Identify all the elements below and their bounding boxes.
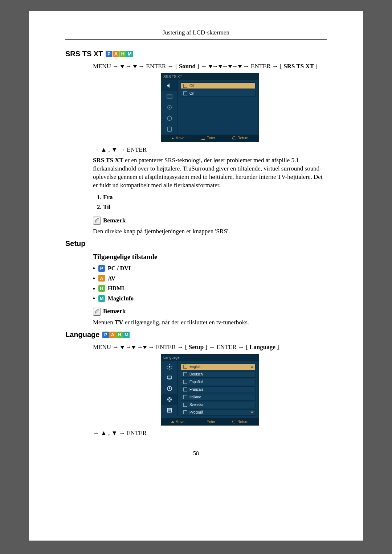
bottom-rule xyxy=(65,448,327,448)
srs-note-body: Den direkte knap på fjernbetjeningen er … xyxy=(93,227,327,236)
osd-row-label: Русский xyxy=(189,410,203,415)
osd-row-label: On xyxy=(189,91,194,96)
running-head: Justering af LCD-skærmen xyxy=(65,29,327,36)
modes-list: P PC / DVI A AV H HDMI M MagicInfo xyxy=(93,264,327,302)
badge-m-icon: M xyxy=(126,51,133,57)
t: → ENTER → [ xyxy=(243,63,282,70)
setup-content: Tilgængelige tilstande P PC / DVI A AV H… xyxy=(93,252,327,327)
t: Enter xyxy=(207,136,215,141)
osd-row: ✓ English xyxy=(181,364,256,370)
osd-row-label: Español xyxy=(189,379,203,385)
enter-icon xyxy=(201,420,205,423)
srs-options-list: Fra Til xyxy=(93,193,327,212)
t: → ENTER → [ xyxy=(138,63,177,70)
t: Return xyxy=(237,419,248,424)
move-icon xyxy=(171,421,174,423)
enter-icon xyxy=(201,137,205,140)
check-icon: ✓ xyxy=(183,365,187,369)
language-heading-text: Language xyxy=(65,331,99,339)
t: ] xyxy=(277,344,279,350)
badge-p-icon: P xyxy=(106,51,112,57)
check-icon xyxy=(183,91,187,95)
option-label: Fra xyxy=(103,194,113,201)
svg-rect-4 xyxy=(167,127,171,131)
note-label: Bemærk xyxy=(103,307,126,316)
section-heading-language: Language P A H M xyxy=(65,331,327,339)
osd-language: Language ✓ English Deutsch Españ xyxy=(161,354,259,426)
bullet-icon xyxy=(93,278,95,279)
t: MENU → xyxy=(93,344,121,350)
badge-h-icon: H xyxy=(116,332,123,338)
arrow-down-icon xyxy=(251,411,254,413)
badge-a-icon: A xyxy=(98,275,105,282)
osd-footer: Move Enter Return xyxy=(161,418,258,426)
bullet-icon xyxy=(93,297,95,299)
top-rule xyxy=(65,39,327,40)
osd-row: ✓ Off xyxy=(181,82,256,89)
srs-body-bold: SRS TS XT xyxy=(93,157,123,164)
mode-label: HDMI xyxy=(108,284,124,292)
svg-point-8 xyxy=(167,397,171,401)
badge-m-icon: M xyxy=(123,332,130,338)
svg-point-5 xyxy=(168,366,170,368)
nav-target: Language xyxy=(249,344,275,350)
note-icon xyxy=(93,217,101,225)
setup-subheading: Tilgængelige tilstande xyxy=(93,252,327,262)
badge-p-icon: P xyxy=(102,332,109,338)
t: ] xyxy=(315,63,318,70)
osd-side-icon xyxy=(161,405,178,416)
move-icon xyxy=(171,138,174,139)
return-icon xyxy=(232,136,236,140)
list-item: Fra xyxy=(103,193,327,202)
section-heading-srs: SRS TS XT P A H M xyxy=(65,50,327,58)
list-item: H HDMI xyxy=(93,284,327,292)
down-arrow-icon xyxy=(209,65,212,68)
note-heading: Bemærk xyxy=(93,307,327,316)
osd-side-icon xyxy=(161,394,178,405)
osd-row-label: English xyxy=(189,364,201,369)
osd-footer: Move Enter Return xyxy=(161,135,258,142)
check-icon xyxy=(183,395,187,399)
t: Enter xyxy=(207,419,215,424)
t: Move xyxy=(176,136,184,141)
badge-row: P A H M xyxy=(106,51,133,57)
mode-label: AV xyxy=(108,275,115,283)
language-post-nav: → ▲ , ▼ → ENTER xyxy=(93,429,327,438)
osd-row: Svenska xyxy=(181,402,256,408)
return-icon xyxy=(232,420,236,423)
osd-foot-enter: Enter xyxy=(201,136,215,141)
badge-a-icon: A xyxy=(113,51,119,57)
svg-rect-6 xyxy=(167,376,172,379)
down-arrow-icon xyxy=(121,346,124,349)
down-arrow-icon xyxy=(238,65,242,68)
down-arrow-icon xyxy=(133,65,137,68)
osd-row-label: Deutsch xyxy=(189,372,203,377)
osd-side-icon xyxy=(161,361,178,372)
t: MENU → xyxy=(93,63,121,70)
osd-row: Italiano xyxy=(181,394,256,401)
osd-main: ✓ English Deutsch Español Français Itali… xyxy=(178,361,258,418)
check-icon xyxy=(183,372,187,376)
list-item: Til xyxy=(103,203,327,212)
osd-srs: SRS TS XT ✓ Off On xyxy=(161,73,259,142)
down-arrow-icon xyxy=(121,65,124,68)
t: Return xyxy=(237,136,248,141)
down-arrow-icon xyxy=(132,346,135,349)
check-icon: ✓ xyxy=(183,84,187,88)
osd-side-icon xyxy=(161,113,178,124)
osd-foot-return: Return xyxy=(232,136,248,141)
bullet-icon xyxy=(93,288,95,290)
osd-side-icon xyxy=(161,383,178,394)
svg-point-9 xyxy=(168,398,170,400)
svg-point-3 xyxy=(167,116,172,120)
osd-body: ✓ Off On xyxy=(161,80,258,135)
srs-content: MENU → → → ENTER → [ Sound ] → →→→ → ENT… xyxy=(93,62,327,236)
note-bold: TV xyxy=(115,319,123,326)
language-content: MENU → → → → ENTER → [ Setup ] → ENTER →… xyxy=(93,343,327,438)
language-nav-path: MENU → → → → ENTER → [ Setup ] → ENTER →… xyxy=(93,343,327,352)
osd-row: Deutsch xyxy=(181,371,256,378)
osd-row-label: Français xyxy=(189,387,203,392)
osd-side-icon xyxy=(161,102,178,113)
svg-point-2 xyxy=(169,107,170,108)
note-heading: Bemærk xyxy=(93,217,327,225)
